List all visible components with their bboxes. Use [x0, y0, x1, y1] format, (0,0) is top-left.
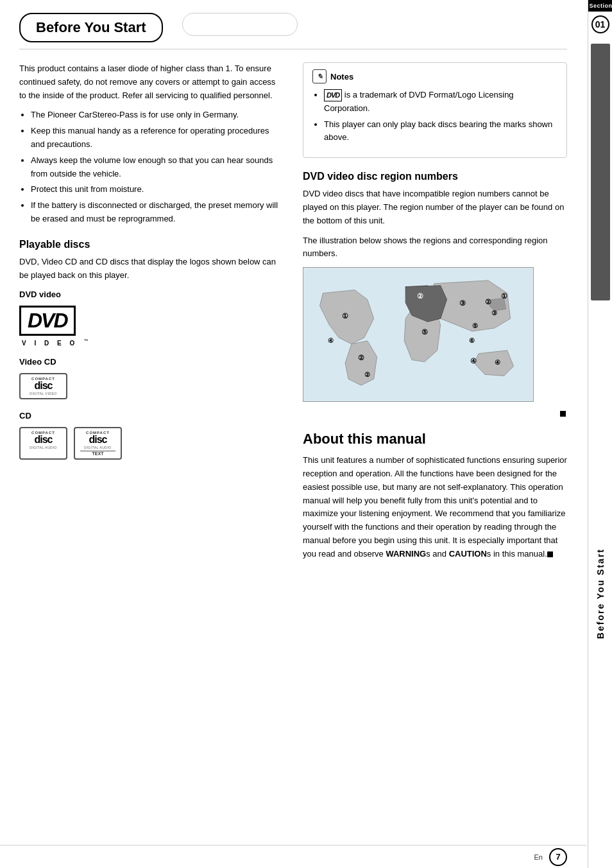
svg-text:③: ③ — [459, 300, 466, 308]
lang-label: En — [534, 853, 543, 861]
bullet-list: The Pioneer CarStereo-Pass is for use on… — [31, 108, 284, 225]
video-cd-heading: Video CD — [19, 357, 284, 367]
notes-box: ✎ Notes DVD is a trademark of DVD Format… — [303, 62, 567, 158]
dvd-trademark-logo: DVD — [324, 89, 342, 102]
svg-text:④: ④ — [470, 357, 477, 365]
dvd-region-heading: DVD video disc region numbers — [303, 171, 567, 182]
bullet-item: The Pioneer CarStereo-Pass is for use on… — [31, 108, 284, 122]
two-column-layout: This product contains a laser diode of h… — [19, 62, 567, 568]
svg-text:④: ④ — [328, 337, 334, 344]
notes-bullet-item-2: This player can only play back discs bea… — [324, 118, 557, 145]
vertical-text-container: Before You Start — [595, 320, 606, 868]
svg-text:②: ② — [417, 292, 423, 300]
section-number: 01 — [591, 15, 609, 33]
side-tab: Section 01 Before You Start — [588, 0, 612, 868]
about-end-mark — [547, 551, 553, 557]
video-cd-logo: COMPACT disc DIGITAL VIDEO — [19, 373, 67, 399]
dvd-video-heading: DVD video — [19, 290, 284, 299]
svg-text:②: ② — [485, 299, 491, 306]
cd-logos-row: COMPACT disc DIGITAL AUDIO COMPACT disc … — [19, 424, 284, 462]
svg-text:①: ① — [342, 312, 348, 320]
page-title: Before You Start — [19, 13, 163, 42]
dvd-logo-area: DVD V I D E O ™ — [19, 306, 284, 347]
cd-digital-audio-logo: COMPACT disc DIGITAL AUDIO — [19, 427, 67, 460]
about-title: About this manual — [303, 431, 567, 447]
svg-text:④: ④ — [495, 359, 500, 366]
notes-bullet-item: DVD is a trademark of DVD Format/Logo Li… — [324, 89, 557, 116]
bullet-item: If the battery is disconnected or discha… — [31, 199, 284, 226]
video-cd-logo-area: COMPACT disc DIGITAL VIDEO — [19, 370, 284, 402]
dvd-region-text1: DVD video discs that have incompatible r… — [303, 187, 567, 227]
notes-title: ✎ Notes — [312, 69, 557, 83]
notes-heading-text: Notes — [330, 72, 353, 82]
section-label: Section — [588, 0, 613, 12]
notes-icon: ✎ — [312, 69, 327, 83]
svg-text:②: ② — [358, 354, 364, 361]
region-map-box: ① ② ② ⑤ ③ ② ① ④ ③ ④ ④ ⑤ ② ⑥ — [303, 267, 534, 402]
page-number: 7 — [549, 848, 567, 866]
notes-bullet-text-1: is a trademark of DVD Format/Logo Licens… — [324, 90, 514, 113]
svg-text:①: ① — [501, 292, 507, 300]
intro-text: This product contains a laser diode of h… — [19, 62, 284, 102]
svg-text:⑤: ⑤ — [421, 328, 428, 336]
dvd-video-text: V I D E O ™ — [22, 338, 92, 347]
playable-discs-text: DVD, Video CD and CD discs that display … — [19, 256, 284, 282]
left-column: This product contains a laser diode of h… — [19, 62, 284, 568]
bullet-item: Keep this manual handy as a reference fo… — [31, 125, 284, 152]
cd-heading: CD — [19, 411, 284, 421]
right-column: ✎ Notes DVD is a trademark of DVD Format… — [303, 62, 567, 568]
notes-bullet-list: DVD is a trademark of DVD Format/Logo Li… — [324, 89, 557, 144]
header-section: Before You Start — [19, 13, 567, 49]
sidebar-vertical-text: Before You Start — [595, 548, 606, 639]
map-end-mark — [560, 411, 566, 417]
dvd-region-text2: The illustration below shows the regions… — [303, 234, 567, 261]
map-end-mark-area — [303, 408, 566, 418]
cd-digital-text-logo: COMPACT disc DIGITAL AUDIO TEXT — [74, 427, 122, 460]
svg-text:⑥: ⑥ — [469, 337, 475, 344]
header-right — [182, 13, 567, 36]
side-bar-accent — [591, 44, 610, 300]
header-empty-box — [182, 13, 298, 36]
playable-discs-heading: Playable discs — [19, 239, 284, 250]
svg-text:③: ③ — [491, 309, 497, 317]
svg-text:⑤: ⑤ — [472, 322, 478, 329]
dvd-logo: DVD — [19, 306, 76, 336]
region-map-svg: ① ② ② ⑤ ③ ② ① ④ ③ ④ ④ ⑤ ② ⑥ — [303, 268, 533, 401]
main-content: Before You Start This product contains a… — [0, 0, 586, 580]
bullet-item: Protect this unit from moisture. — [31, 183, 284, 196]
bullet-item: Always keep the volume low enough so tha… — [31, 154, 284, 181]
svg-text:②: ② — [364, 372, 370, 379]
about-text: This unit features a number of sophistic… — [303, 454, 567, 560]
about-section: About this manual This unit features a n… — [303, 431, 567, 560]
bottom-bar: En 7 — [0, 845, 586, 868]
